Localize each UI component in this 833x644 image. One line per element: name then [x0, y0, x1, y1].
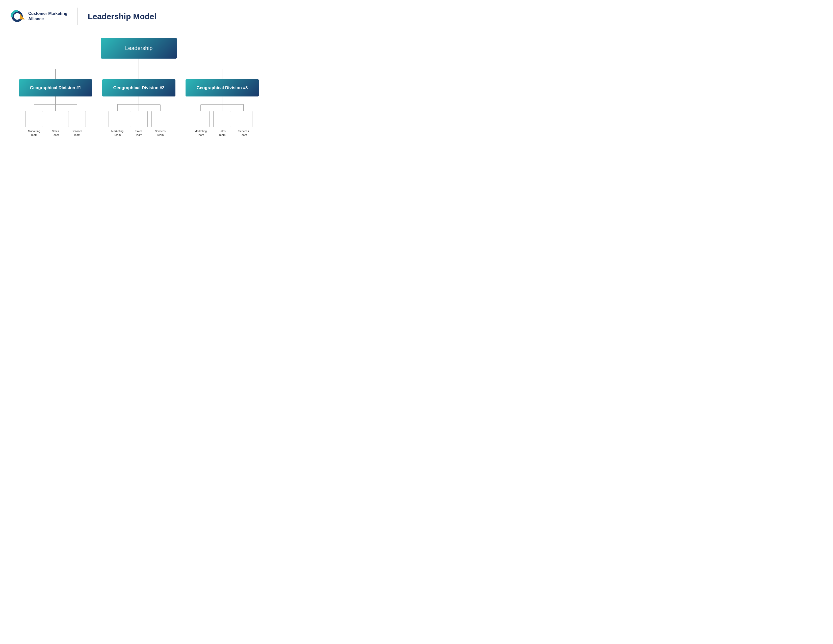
- team-label-2-1: MarketingTeam: [111, 129, 124, 137]
- team-col-2-3: ServicesTeam: [151, 111, 169, 137]
- team-label-2-2: SalesTeam: [135, 129, 142, 137]
- team-col-3-1: MarketingTeam: [192, 111, 209, 137]
- team-box-3-1: [192, 111, 209, 127]
- org-chart: Leadership Geographical Division #1: [0, 30, 278, 152]
- divisions-row: Geographical Division #1 MarketingTeam: [19, 79, 259, 137]
- branch-connector-1: [55, 69, 56, 79]
- team-label-3-1: MarketingTeam: [195, 129, 207, 137]
- team-col-1-2: SalesTeam: [47, 111, 64, 137]
- division-box-1: Geographical Division #1: [19, 79, 92, 97]
- logo-area: Customer Marketing Alliance: [10, 9, 68, 24]
- sub-branch-down-2-3: [160, 105, 161, 111]
- brand-name: Customer Marketing Alliance: [28, 11, 68, 22]
- team-box-2-1: [109, 111, 126, 127]
- sub-h-bar-container-2: [109, 104, 169, 105]
- team-col-3-2: SalesTeam: [213, 111, 231, 137]
- teams-row-3: MarketingTeam SalesTeam ServicesTeam: [192, 111, 252, 137]
- team-box-1-3: [68, 111, 86, 127]
- sub-branch-down-1-2: [55, 105, 56, 111]
- team-box-2-3: [151, 111, 169, 127]
- team-box-1-1: [25, 111, 43, 127]
- sub-branches-1: [25, 105, 86, 111]
- division-box-3: Geographical Division #3: [185, 79, 259, 97]
- header: Customer Marketing Alliance Leadership M…: [0, 0, 278, 30]
- sub-h-bar-3: [201, 104, 244, 105]
- team-label-1-1: MarketingTeam: [28, 129, 40, 137]
- division-col-1: Geographical Division #1 MarketingTeam: [19, 79, 92, 137]
- team-label-2-3: ServicesTeam: [155, 129, 166, 137]
- branch-connector-2: [138, 69, 139, 79]
- sub-branches-3: [192, 105, 252, 111]
- team-box-3-3: [235, 111, 252, 127]
- top-h-bar-container: [19, 69, 259, 69]
- branch-downs: [19, 69, 259, 79]
- team-box-1-2: [47, 111, 64, 127]
- svg-point-1: [14, 13, 21, 20]
- header-divider: [77, 8, 78, 25]
- team-box-3-2: [213, 111, 231, 127]
- sub-h-bar-container-1: [25, 104, 86, 105]
- team-col-3-3: ServicesTeam: [235, 111, 252, 137]
- team-col-2-1: MarketingTeam: [109, 111, 126, 137]
- sub-branches-2: [109, 105, 169, 111]
- branch-connector-3: [222, 69, 222, 79]
- leadership-node: Leadership: [101, 38, 177, 59]
- team-label-3-2: SalesTeam: [219, 129, 226, 137]
- teams-row-1: MarketingTeam SalesTeam ServicesTeam: [25, 111, 86, 137]
- sub-branch-down-1-1: [34, 105, 34, 111]
- team-label-1-2: SalesTeam: [52, 129, 59, 137]
- sub-branch-down-2-2: [138, 105, 139, 111]
- team-label-1-3: ServicesTeam: [72, 129, 82, 137]
- sub-branch-down-3-1: [200, 105, 201, 111]
- page-title: Leadership Model: [88, 12, 156, 21]
- top-h-bar: [56, 69, 222, 69]
- sub-branch-down-3-3: [243, 105, 244, 111]
- sub-h-bar-1: [34, 104, 77, 105]
- team-label-3-3: ServicesTeam: [238, 129, 249, 137]
- sub-branch-down-3-2: [222, 105, 222, 111]
- logo-icon: [10, 9, 25, 24]
- division-box-2: Geographical Division #2: [102, 79, 175, 97]
- sub-down-2: [138, 97, 139, 104]
- division-col-2: Geographical Division #2 MarketingTeam S…: [102, 79, 175, 137]
- sub-down-1: [55, 97, 56, 104]
- team-col-1-1: MarketingTeam: [25, 111, 43, 137]
- teams-row-2: MarketingTeam SalesTeam ServicesTeam: [109, 111, 169, 137]
- sub-h-bar-2: [117, 104, 160, 105]
- top-connector-down: [138, 59, 139, 69]
- division-col-3: Geographical Division #3 MarketingTeam S…: [185, 79, 259, 137]
- sub-branch-down-2-1: [117, 105, 117, 111]
- team-col-2-2: SalesTeam: [130, 111, 148, 137]
- team-col-1-3: ServicesTeam: [68, 111, 86, 137]
- sub-branch-down-1-3: [77, 105, 77, 111]
- team-box-2-2: [130, 111, 148, 127]
- sub-h-bar-container-3: [192, 104, 252, 105]
- sub-down-3: [222, 97, 222, 104]
